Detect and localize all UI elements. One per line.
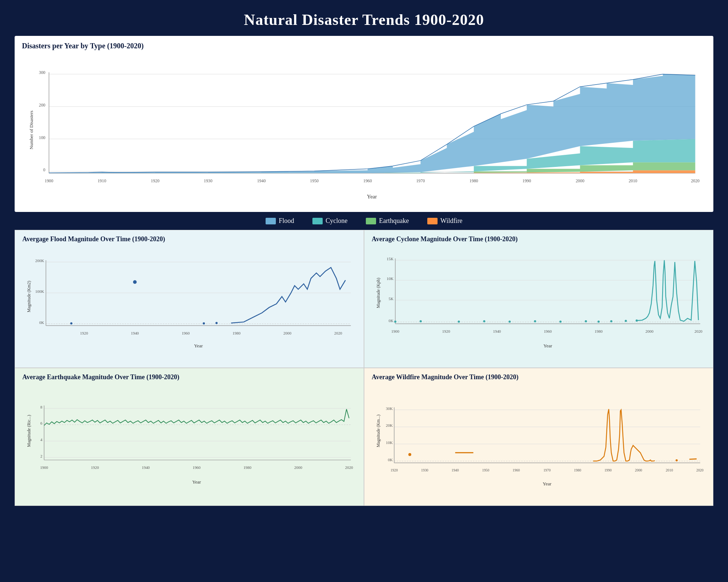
- svg-text:1960: 1960: [182, 331, 190, 335]
- page-title: Natural Disaster Trends 1900-2020: [15, 11, 713, 29]
- svg-line-109: [689, 459, 697, 459]
- svg-text:4: 4: [40, 437, 42, 442]
- svg-text:8: 8: [40, 405, 42, 409]
- svg-point-108: [676, 459, 678, 462]
- cyclone-swatch: [312, 218, 323, 224]
- svg-text:2000: 2000: [294, 465, 302, 470]
- svg-text:1960: 1960: [544, 329, 552, 333]
- legend-wildfire-label: Wildfire: [440, 217, 462, 225]
- svg-text:1910: 1910: [98, 178, 106, 183]
- svg-text:1970: 1970: [416, 178, 425, 183]
- svg-text:Year: Year: [194, 343, 203, 348]
- svg-point-106: [408, 453, 411, 456]
- svg-text:10K: 10K: [387, 276, 394, 281]
- svg-text:Magnitude (Kph): Magnitude (Kph): [376, 278, 381, 308]
- svg-text:2010: 2010: [666, 468, 673, 472]
- svg-point-60: [509, 321, 511, 323]
- legend-flood-label: Flood: [279, 217, 294, 225]
- wildfire-chart-svg: Magnitude (Km...) 30K 20K 10K 0K: [372, 383, 706, 500]
- svg-text:1940: 1940: [451, 468, 459, 472]
- svg-point-35: [133, 280, 137, 284]
- svg-text:15K: 15K: [387, 257, 394, 261]
- svg-text:1940: 1940: [142, 465, 150, 470]
- svg-text:2000: 2000: [284, 331, 292, 335]
- svg-text:2020: 2020: [334, 331, 342, 335]
- svg-text:1950: 1950: [310, 178, 319, 183]
- svg-text:1920: 1920: [80, 331, 88, 335]
- top-chart-svg: Number of Disasters 300 200 100 0: [22, 53, 706, 207]
- svg-point-36: [203, 322, 205, 325]
- top-chart-panel: Disasters per Year by Type (1900-2020) N…: [15, 36, 713, 212]
- earthquake-panel: Average Earthquake Magnitude Over Time (…: [15, 368, 364, 506]
- svg-text:1980: 1980: [469, 178, 478, 183]
- svg-text:1930: 1930: [421, 468, 428, 472]
- svg-text:1960: 1960: [192, 465, 200, 470]
- cyclone-panel: Average Cyclone Magnitude Over Time (190…: [364, 230, 713, 368]
- svg-text:2020: 2020: [696, 468, 703, 472]
- svg-text:1900: 1900: [40, 465, 48, 470]
- svg-text:0K: 0K: [389, 318, 393, 323]
- svg-point-37: [215, 322, 218, 324]
- svg-point-57: [420, 320, 422, 322]
- svg-text:200K: 200K: [35, 258, 44, 263]
- svg-text:100: 100: [39, 135, 45, 140]
- svg-text:2000: 2000: [576, 178, 585, 183]
- svg-point-64: [597, 321, 600, 323]
- svg-text:1940: 1940: [131, 331, 139, 335]
- svg-text:0: 0: [43, 167, 45, 172]
- wildfire-swatch: [427, 218, 438, 224]
- svg-text:100K: 100K: [35, 289, 44, 294]
- svg-text:1920: 1920: [151, 178, 160, 183]
- svg-text:1990: 1990: [604, 468, 612, 472]
- svg-text:2010: 2010: [628, 178, 637, 183]
- svg-text:Number of Disasters: Number of Disasters: [29, 111, 34, 149]
- wildfire-panel: Average Wildfire Magnitude Over Time (19…: [364, 368, 713, 506]
- svg-text:1980: 1980: [594, 329, 603, 333]
- bottom-charts-grid: Avergage Flood Magnitude Over Time (1900…: [15, 230, 713, 506]
- svg-text:Year: Year: [367, 194, 377, 199]
- top-chart-subtitle: Disasters per Year by Type (1900-2020): [22, 42, 706, 50]
- svg-text:5K: 5K: [389, 296, 393, 301]
- svg-point-63: [585, 320, 587, 322]
- svg-text:1920: 1920: [91, 465, 99, 470]
- svg-text:10K: 10K: [386, 440, 393, 445]
- svg-text:1980: 1980: [574, 468, 581, 472]
- flood-panel: Avergage Flood Magnitude Over Time (1900…: [15, 230, 364, 368]
- svg-text:2020: 2020: [691, 178, 700, 183]
- flood-chart-title: Avergage Flood Magnitude Over Time (1900…: [22, 235, 356, 243]
- svg-text:Year: Year: [192, 480, 201, 485]
- svg-text:1920: 1920: [442, 329, 450, 333]
- svg-text:1980: 1980: [233, 331, 241, 335]
- legend-flood: Flood: [266, 217, 294, 225]
- legend-wildfire: Wildfire: [427, 217, 462, 225]
- earthquake-chart-svg: Magnitude (Ric...) 8 6 4 2 1900 1920 194…: [22, 383, 356, 500]
- svg-text:0K: 0K: [388, 458, 393, 462]
- cyclone-chart-title: Average Cyclone Magnitude Over Time (190…: [372, 235, 706, 243]
- svg-point-61: [534, 320, 536, 322]
- flood-swatch: [266, 218, 276, 224]
- svg-text:2: 2: [40, 454, 42, 458]
- legend-earthquake: Earthquake: [366, 217, 409, 225]
- svg-text:1960: 1960: [363, 178, 372, 183]
- svg-text:Magnitude (Ric...): Magnitude (Ric...): [26, 415, 31, 447]
- svg-text:20K: 20K: [386, 423, 393, 428]
- flood-chart-svg: Magnitude (Km2) 200K 100K 0K: [22, 245, 356, 362]
- svg-text:1940: 1940: [257, 178, 266, 183]
- svg-text:30K: 30K: [386, 406, 393, 411]
- svg-text:300: 300: [39, 70, 45, 75]
- svg-text:2020: 2020: [694, 329, 702, 333]
- svg-text:0K: 0K: [39, 320, 44, 325]
- svg-text:1900: 1900: [391, 329, 399, 333]
- cyclone-chart-svg: Magnitude (Kph) 15K 10K 5K 0K: [372, 245, 706, 362]
- svg-text:Magnitude (Km2): Magnitude (Km2): [26, 281, 31, 312]
- svg-text:2000: 2000: [645, 329, 653, 333]
- svg-point-58: [458, 321, 460, 323]
- earthquake-chart-title: Average Earthquake Magnitude Over Time (…: [22, 373, 356, 381]
- svg-text:1940: 1940: [493, 329, 501, 333]
- earthquake-swatch: [366, 218, 376, 224]
- svg-text:6: 6: [40, 421, 42, 425]
- svg-text:1960: 1960: [513, 468, 520, 472]
- wildfire-chart-title: Average Wildfire Magnitude Over Time (19…: [372, 373, 706, 381]
- svg-point-65: [610, 320, 612, 322]
- svg-text:1970: 1970: [543, 468, 551, 472]
